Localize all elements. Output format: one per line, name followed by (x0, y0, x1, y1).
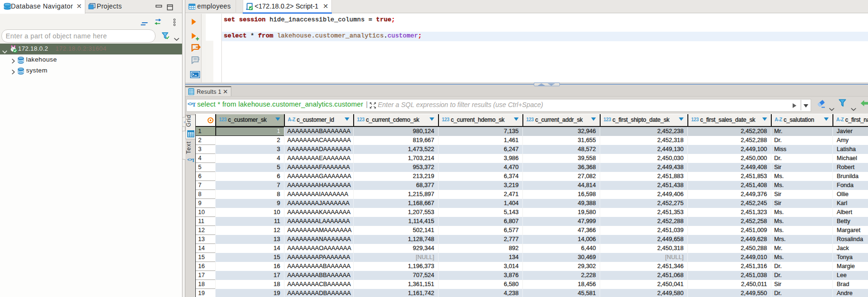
svg-text:T: T (192, 101, 196, 108)
svg-text:T: T (192, 157, 194, 163)
